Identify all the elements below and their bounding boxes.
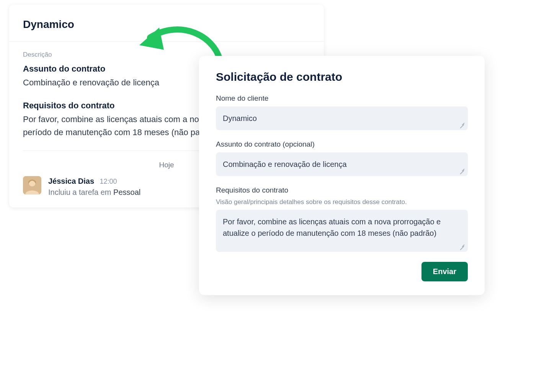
subject-value: Combinação e renovação de licença xyxy=(223,160,347,168)
requirements-value: Por favor, combine as licenças atuais co… xyxy=(223,217,441,237)
client-name-value: Dynamico xyxy=(223,114,257,122)
activity-time: 12:00 xyxy=(100,178,117,185)
requirements-helper: Visão geral/principais detalhes sobre os… xyxy=(216,198,468,206)
divider xyxy=(9,41,324,42)
resize-grip-icon[interactable] xyxy=(459,122,465,127)
resize-grip-icon[interactable] xyxy=(459,243,465,249)
task-title: Dynamico xyxy=(23,18,310,31)
activity-text: Jéssica Dias 12:00 Incluiu a tarefa em P… xyxy=(48,176,140,197)
client-name-label: Nome do cliente xyxy=(216,94,468,103)
submit-button[interactable]: Enviar xyxy=(421,262,468,281)
subject-field-group: Assunto do contrato (opcional) Combinaçã… xyxy=(216,140,468,176)
activity-action-prefix: Incluiu a tarefa em xyxy=(48,188,113,196)
avatar xyxy=(23,176,41,194)
requirements-field-group: Requisitos do contrato Visão geral/princ… xyxy=(216,186,468,252)
client-name-input[interactable]: Dynamico xyxy=(216,106,468,130)
submit-row: Enviar xyxy=(216,262,468,281)
subject-label: Assunto do contrato (opcional) xyxy=(216,140,468,149)
form-title: Solicitação de contrato xyxy=(216,70,468,83)
activity-action: Incluiu a tarefa em Pessoal xyxy=(48,188,140,197)
requirements-textarea[interactable]: Por favor, combine as licenças atuais co… xyxy=(216,210,468,252)
activity-user-name: Jéssica Dias xyxy=(48,177,94,185)
client-name-field-group: Nome do cliente Dynamico xyxy=(216,94,468,130)
contract-request-form: Solicitação de contrato Nome do cliente … xyxy=(199,56,485,295)
requirements-label: Requisitos do contrato xyxy=(216,186,468,194)
activity-action-target: Pessoal xyxy=(113,188,140,196)
subject-input[interactable]: Combinação e renovação de licença xyxy=(216,152,468,176)
resize-grip-icon[interactable] xyxy=(459,168,465,173)
